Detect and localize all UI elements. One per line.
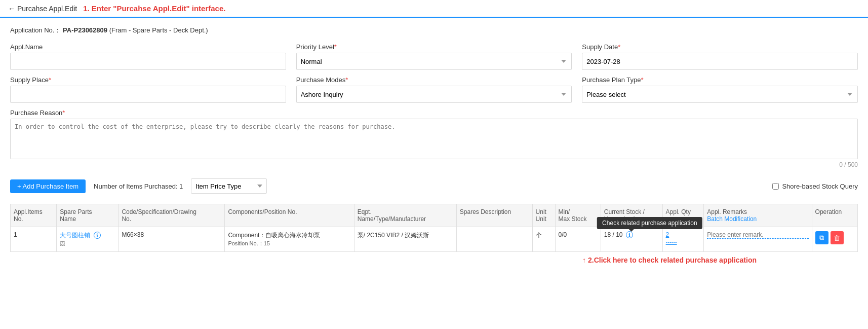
- info-icon[interactable]: ℹ: [94, 232, 101, 239]
- main-content: Application No.： PA-P23062809 (Fram - Sp…: [0, 18, 868, 272]
- batch-modification-link[interactable]: Batch Modification: [707, 215, 757, 223]
- supply-place-label: Supply Place*: [10, 76, 286, 84]
- back-label: ← Purcahse Appl.Edit: [8, 5, 77, 13]
- purchase-plan-type-select[interactable]: Please select: [582, 86, 858, 103]
- supply-place-input[interactable]: [10, 86, 286, 103]
- delete-button[interactable]: 🗑: [831, 231, 844, 244]
- appl-qty-link[interactable]: 2: [666, 231, 669, 238]
- th-components: Components/Position No.: [225, 204, 354, 227]
- app-no-value: PA-P23062809: [63, 26, 107, 34]
- image-icon: 🖼: [60, 240, 65, 246]
- spare-parts-name-link[interactable]: 大号圆柱销: [60, 232, 90, 239]
- toolbar-row: + Add Purchase Item Number of Items Purc…: [10, 174, 858, 198]
- td-current-stock: 18 / 10 ℹ Check related purchase applica…: [601, 227, 662, 252]
- td-eqpt: 泵/ 2C150 VIB2 / 汉姆沃斯: [354, 227, 456, 252]
- th-operation: Operation: [812, 204, 857, 227]
- items-count: Number of Items Purchased: 1: [94, 182, 183, 190]
- td-components: Component：自吸离心海水冷却泵 Position No.：15: [225, 227, 354, 252]
- tooltip-arrow: [628, 229, 634, 234]
- th-code-spec: Code/Specification/DrawingNo.: [119, 204, 225, 227]
- form-grid: Appl.Name Priority Level* Normal Supply …: [10, 43, 858, 168]
- td-unit: 个: [532, 227, 555, 252]
- supply-date-input[interactable]: [582, 53, 858, 70]
- purchase-reason-group: Purchase Reason* 0 / 500: [10, 109, 858, 168]
- purchase-modes-label: Purchase Modes*: [296, 76, 572, 84]
- th-spare-parts-name: Spare PartsName: [57, 204, 119, 227]
- supply-date-label: Supply Date*: [582, 43, 858, 51]
- app-no-row: Application No.： PA-P23062809 (Fram - Sp…: [10, 26, 858, 35]
- th-spares-desc: Spares Description: [456, 204, 532, 227]
- th-eqpt-name: Eqpt.Name/Type/Manufacturer: [354, 204, 456, 227]
- tooltip-container: ℹ Check related purchase application: [624, 231, 633, 238]
- td-appl-qty: 2 ------: [662, 227, 704, 252]
- priority-level-group: Priority Level* Normal: [296, 43, 572, 70]
- td-code: M66×38: [119, 227, 225, 252]
- td-no: 1: [11, 227, 57, 252]
- top-bar: ← Purcahse Appl.Edit 1. Enter "Purcahse …: [0, 0, 868, 18]
- td-spares-desc: [456, 227, 532, 252]
- th-unit: UnitUnit: [532, 204, 555, 227]
- td-min-max: 0/0: [555, 227, 601, 252]
- table-row: 1 大号圆柱销 ℹ 🖼 M66×38 Component：自吸离心海水冷却泵 P…: [11, 227, 858, 252]
- char-count: 0 / 500: [10, 161, 858, 168]
- td-spare-parts-name: 大号圆柱销 ℹ 🖼: [57, 227, 119, 252]
- app-no-label: Application No.：: [10, 26, 61, 34]
- td-operation: ⧉ 🗑: [812, 227, 857, 252]
- remark-input[interactable]: [707, 231, 808, 239]
- purchase-modes-group: Purchase Modes* Ashore Inquiry: [296, 76, 572, 103]
- appl-name-input[interactable]: [10, 53, 286, 70]
- table-container: Appl.ItemsNo. Spare PartsName Code/Speci…: [10, 204, 858, 252]
- app-no-extra: (Fram - Spare Parts - Deck Dept.): [109, 26, 208, 34]
- td-remark: [704, 227, 812, 252]
- shore-stock-checkbox[interactable]: [772, 183, 779, 190]
- item-price-type-select[interactable]: Item Price Type: [191, 178, 267, 194]
- purchase-reason-textarea[interactable]: [10, 119, 858, 159]
- purchase-plan-type-label: Purchase Plan Type*: [582, 76, 858, 84]
- back-link[interactable]: ← Purcahse Appl.Edit: [8, 5, 77, 13]
- shore-stock-group: Shore-based Stock Query: [772, 182, 858, 190]
- appl-name-label: Appl.Name: [10, 43, 286, 51]
- supply-date-group: Supply Date*: [582, 43, 858, 70]
- tooltip-box: Check related purchase application: [597, 217, 702, 229]
- add-purchase-item-button[interactable]: + Add Purchase Item: [10, 179, 86, 193]
- purchase-plan-type-group: Purchase Plan Type* Please select: [582, 76, 858, 103]
- purchase-reason-label: Purchase Reason*: [10, 109, 858, 117]
- items-table: Appl.ItemsNo. Spare PartsName Code/Speci…: [10, 204, 858, 252]
- table-header-row: Appl.ItemsNo. Spare PartsName Code/Speci…: [11, 204, 858, 227]
- top-instruction: 1. Enter "Purcahse Appl.Edit" interface.: [83, 4, 225, 13]
- copy-button[interactable]: ⧉: [815, 231, 828, 244]
- purchase-modes-select[interactable]: Ashore Inquiry: [296, 86, 572, 103]
- priority-level-select[interactable]: Normal: [296, 53, 572, 70]
- appl-name-group: Appl.Name: [10, 43, 286, 70]
- th-min-max: Min/Max Stock: [555, 204, 601, 227]
- priority-level-label: Priority Level*: [296, 43, 572, 51]
- bottom-annotation: ↑ 2.Click here to check related purchase…: [10, 256, 858, 264]
- supply-place-group: Supply Place*: [10, 76, 286, 103]
- th-remarks: Appl. Remarks Batch Modification: [704, 204, 812, 227]
- operation-buttons: ⧉ 🗑: [815, 231, 854, 244]
- shore-stock-label: Shore-based Stock Query: [782, 182, 858, 190]
- th-appl-items-no: Appl.ItemsNo.: [11, 204, 57, 227]
